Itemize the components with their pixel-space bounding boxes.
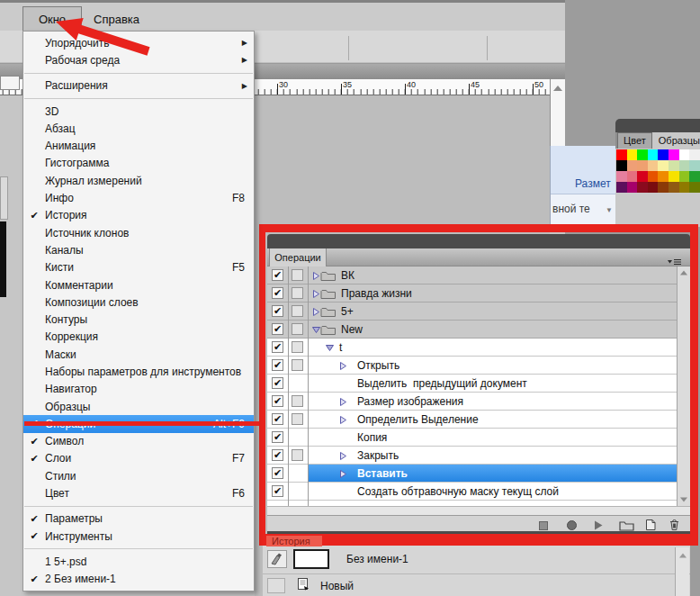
color-swatch[interactable] [648,182,659,193]
menu-item-каналы[interactable]: Каналы [23,241,254,258]
color-swatch[interactable] [679,160,690,171]
menu-item-упорядочить[interactable]: Упорядочить▶ [23,34,254,51]
color-swatch[interactable] [648,171,659,182]
color-swatch[interactable] [627,160,638,171]
tab-history[interactable]: История [266,536,322,546]
color-swatch[interactable] [637,149,648,160]
vertical-scrollbar[interactable] [550,79,565,146]
history-state-cell[interactable] [267,578,285,593]
menu-item-2-без-имени-1[interactable]: ✔2 Без имени-1 [23,571,254,588]
color-swatch[interactable] [648,160,659,171]
menu-item-коррекция[interactable]: Коррекция [23,329,254,346]
history-snapshot-label[interactable]: Без имени-1 [346,553,408,565]
swatches-panel: Цвет Образцы [615,119,700,227]
menu-item-контуры[interactable]: Контуры [23,311,254,328]
menu-item-label: Комментарии [45,279,245,292]
color-swatch[interactable] [669,160,679,171]
menu-item-label: Инструменты [45,530,245,543]
color-swatch[interactable] [689,149,700,160]
color-swatch[interactable] [616,160,627,171]
color-swatch[interactable] [648,149,659,160]
menu-item-источник-клонов[interactable]: Источник клонов [23,224,254,241]
scroll-up-icon[interactable] [553,86,562,91]
menu-item-гистограмма[interactable]: Гистограмма [23,155,254,172]
menu-item-цвет[interactable]: ЦветF6 [23,484,254,501]
color-swatch[interactable] [616,182,627,193]
menu-spravka-button[interactable]: Справка [94,6,139,32]
menu-item-образцы[interactable]: Образцы [23,398,254,415]
menu-item-рабочая-среда[interactable]: Рабочая среда▶ [23,51,254,68]
window-menu: Упорядочить▶Рабочая среда▶Расширения▶3DА… [22,31,255,591]
menu-item-инструменты[interactable]: ✔Инструменты [23,528,254,545]
menu-item-слои[interactable]: ✔СлоиF7 [23,450,254,467]
history-scrollbar[interactable] [675,547,689,596]
menu-shortcut: F7 [232,452,245,465]
color-swatch[interactable] [689,160,700,171]
color-swatch[interactable] [627,182,638,193]
menu-item-label: 3D [45,105,245,118]
menu-item-история[interactable]: ✔История [23,207,254,224]
color-swatch[interactable] [689,171,700,182]
menu-item-журнал-измерений[interactable]: Журнал измерений [23,172,254,189]
color-swatch[interactable] [658,160,669,171]
menu-okno-button[interactable]: Окно [22,6,82,32]
menu-item-label: Каналы [45,244,245,257]
color-swatch[interactable] [627,171,638,182]
menu-item-label: 2 Без имени-1 [45,573,245,585]
menu-item-label: Стили [45,470,245,483]
swatch-grid [616,149,700,193]
menu-item-анимация[interactable]: Анимация [23,137,254,154]
menu-item-label: Наборы параметров для инструментов [45,366,245,378]
color-swatch[interactable] [679,171,690,182]
history-panel: Без имени-1 Новый [263,546,690,596]
history-source-cell[interactable] [267,550,287,568]
checkmark-icon: ✔ [23,573,45,585]
menu-item-label: Образцы [45,401,245,413]
menu-item-маски[interactable]: Маски [23,346,254,363]
history-state-label[interactable]: Новый [320,580,354,592]
color-swatch[interactable] [616,149,627,160]
color-swatch[interactable] [669,182,679,193]
menu-item-label: Символ [45,435,245,447]
color-swatch[interactable] [689,182,700,193]
canvas-black-fragment [0,221,6,297]
color-swatch[interactable] [637,171,648,182]
color-swatch[interactable] [627,149,638,160]
menu-item-параметры[interactable]: ✔Параметры [23,510,254,528]
submenu-arrow-icon: ▶ [242,56,247,64]
menu-item-стили[interactable]: Стили [23,467,254,484]
ruler-label: 40 [407,80,416,89]
color-swatch[interactable] [669,171,679,182]
menu-item-label: Журнал измерений [45,175,245,187]
menu-item-наборы-параметров-для-инструментов[interactable]: Наборы параметров для инструментов [23,363,254,380]
color-swatch[interactable] [637,182,648,193]
menu-item-label: Упорядочить [45,37,245,50]
scroll-up-icon[interactable] [679,554,687,558]
menu-item-навигатор[interactable]: Навигатор [23,381,254,398]
menu-item-кисти[interactable]: КистиF5 [23,259,254,276]
menu-item-3d[interactable]: 3D [23,103,254,120]
color-swatch[interactable] [658,149,669,160]
menu-item-1-5+.psd[interactable]: 1 5+.psd [23,553,254,570]
swatches-body [615,149,700,227]
tab-swatches[interactable]: Образцы [652,132,700,149]
color-swatch[interactable] [616,171,627,182]
ruler-label: 35 [343,80,352,89]
menu-item-композиции-слоев[interactable]: Композиции слоев [23,293,254,311]
color-swatch[interactable] [658,171,669,182]
tab-color[interactable]: Цвет [617,132,652,149]
menu-item-комментарии[interactable]: Комментарии [23,276,254,293]
menu-item-label: Анимация [45,140,245,152]
color-swatch[interactable] [679,149,690,160]
color-swatch[interactable] [637,160,648,171]
menu-shortcut: F6 [232,487,245,500]
menu-item-инфо[interactable]: ИнфоF8 [23,189,254,206]
menu-item-абзац[interactable]: Абзац [23,120,254,137]
color-swatch[interactable] [679,182,690,193]
history-snapshot-thumbnail[interactable] [293,549,329,569]
menu-item-символ[interactable]: ✔Символ [23,433,254,450]
color-swatch[interactable] [669,149,679,160]
ribbon-tab-label: Размет [575,177,611,190]
menu-item-расширения[interactable]: Расширения▶ [23,77,254,95]
color-swatch[interactable] [658,182,669,193]
